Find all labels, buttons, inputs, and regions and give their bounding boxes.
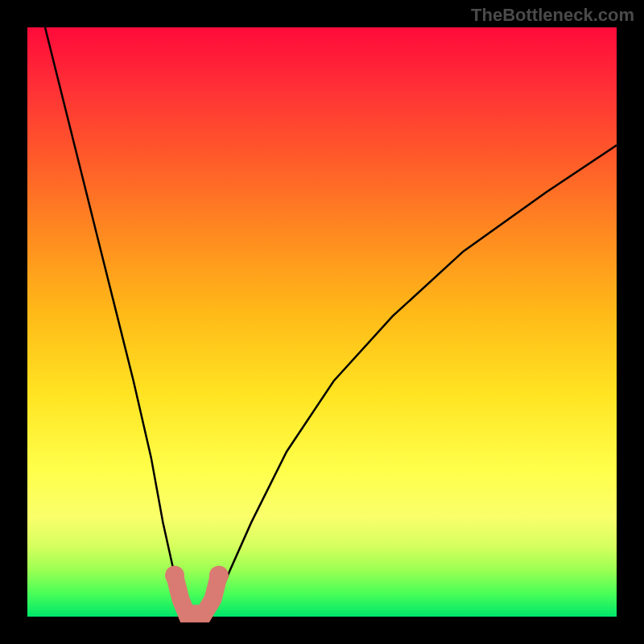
attribution-label: TheBottleneck.com — [471, 5, 634, 26]
bottleneck-curve — [45, 27, 617, 617]
chart-svg — [27, 27, 617, 617]
marker-dot — [209, 566, 229, 585]
marker-dot — [165, 566, 184, 585]
highlighted-points — [165, 566, 229, 614]
chart-frame: TheBottleneck.com — [0, 0, 644, 644]
